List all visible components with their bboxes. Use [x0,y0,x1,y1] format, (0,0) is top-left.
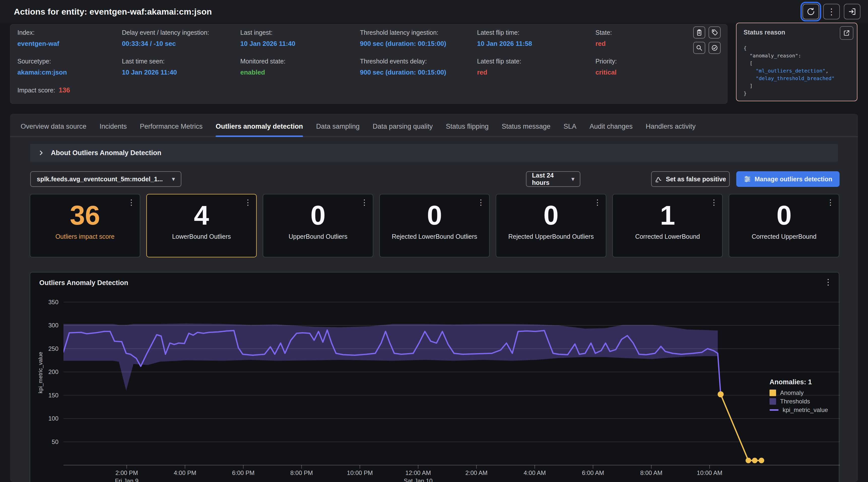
manage-outliers-label: Manage outliers detection [755,175,832,183]
anomaly-point [759,458,764,463]
kpi-card: ⋮4LowerBound Outliers [146,194,257,257]
chart-title: Outliers Anomaly Detection [39,279,128,287]
status-reason-json: { "anomaly_reason": [ "ml_outliers_detec… [744,44,835,97]
entity-action-buttons [693,27,721,54]
info-field: Threshold events delay:900 sec (duration… [360,58,477,76]
kpi-card: ⋮0Rejected UpperBound Outliers [496,194,606,257]
tab-data-sampling[interactable]: Data sampling [316,123,360,137]
caret-down-icon: ▾ [571,176,574,182]
kpi-value: 36 [30,201,140,229]
tab-overview-data-source[interactable]: Overview data source [21,123,86,137]
kpi-menu-button[interactable]: ⋮ [361,198,368,207]
anomaly-point [752,458,757,463]
kpi-value: 4 [147,201,256,229]
entity-info-grid: Index:eventgen-wafDelay event / latency … [18,29,720,76]
kpi-label: Rejected LowerBound Outliers [380,233,489,240]
x-tick-label: 2:00 PM [115,470,138,477]
chart-menu-button[interactable]: ⋮ [824,278,832,286]
x-tick-label: 8:00 AM [640,470,662,477]
info-field-value: akamai:cm:json [18,68,122,76]
kpi-label: Rejected UpperBound Outliers [496,233,606,240]
info-field: Delay event / latency ingestion:00:33:34… [122,29,240,47]
info-field: Last time seen:10 Jan 2026 11:40 [122,58,240,76]
model-select-dropdown[interactable]: splk.feeds.avg_eventcount_5m:model_1... … [30,171,181,187]
x-tick-sublabel: Fri Jan 9 [115,478,138,482]
json-line: "delay_threshold_breached" [744,74,835,82]
kpi-menu-button[interactable]: ⋮ [244,198,252,207]
pen-icon [655,175,662,183]
info-field-label: Monitored state: [240,58,360,65]
info-field-value: 00:33:34 / -10 sec [122,40,240,47]
refresh-button[interactable] [803,4,819,20]
page-title: Actions for entity: eventgen-waf:akamai:… [14,0,212,23]
legend-item: kpi_metric_value [770,406,828,414]
notes-button[interactable] [693,27,705,38]
tab-outliers-anomaly-detection[interactable]: Outliers anomaly detection [216,123,303,137]
info-field: Monitored state:enabled [240,58,360,76]
tab-handlers-activity[interactable]: Handlers activity [646,123,696,137]
refresh-icon [807,7,815,16]
more-menu-button[interactable]: ⋮ [823,4,840,20]
info-field: Index:eventgen-waf [18,29,122,47]
y-tick-label: 350 [38,299,58,306]
sliders-icon [744,175,751,183]
kpi-menu-button[interactable]: ⋮ [594,198,601,207]
sign-out-icon [848,7,857,16]
info-field-label: Last ingest: [240,29,360,36]
legend-swatch-square [770,398,776,405]
caret-down-icon: ▾ [172,176,175,182]
kpi-menu-button[interactable]: ⋮ [477,198,485,207]
tab-bar: Overview data sourceIncidentsPerformance… [10,114,858,137]
exit-button[interactable] [844,4,861,20]
y-tick-label: 100 [38,415,58,422]
x-tick-label: 10:00 PM [347,470,373,477]
info-field-value: enabled [240,68,360,76]
clipboard-icon [696,29,703,36]
json-line: ] [744,82,835,90]
tab-status-flipping[interactable]: Status flipping [446,123,489,137]
kpi-label: Outliers impact score [30,233,140,240]
entity-detail-card: Overview data sourceIncidentsPerformance… [10,114,858,482]
time-range-dropdown[interactable]: Last 24 hours ▾ [526,171,580,187]
legend-label: Anomaly [780,389,804,396]
about-outliers-expander[interactable]: About Outliers Anomaly Detection [30,144,838,162]
kpi-menu-button[interactable]: ⋮ [827,198,834,207]
kpi-card: ⋮1Corrected LowerBound [612,194,723,257]
x-tick-label: 4:00 AM [524,470,546,477]
impact-score-label: Impact score: [18,87,55,94]
kpi-card: ⋮0Rejected LowerBound Outliers [379,194,490,257]
tab-sla[interactable]: SLA [563,123,576,137]
outliers-chart-panel: Outliers Anomaly Detection ⋮ kpi_metric_… [30,272,839,482]
tab-data-parsing-quality[interactable]: Data parsing quality [373,123,433,137]
info-field-label: Latest flip time: [477,29,595,36]
x-tick-label: 12:00 AM [405,470,431,477]
kpi-value: 0 [263,201,373,229]
kpi-value: 0 [729,201,839,229]
info-field: Threshold latency ingestion:900 sec (dur… [360,29,477,47]
y-tick-label: 150 [38,392,58,399]
info-field: Last ingest:10 Jan 2026 11:40 [240,29,360,47]
inspect-button[interactable] [693,42,705,54]
kpi-label: Corrected LowerBound [613,233,722,240]
entity-actions-page: Actions for entity: eventgen-waf:akamai:… [0,0,868,482]
acknowledge-button[interactable] [709,42,721,54]
anomaly-point [746,458,751,463]
legend-label: Thresholds [780,398,810,405]
set-false-positive-button[interactable]: Set as false positive [651,171,730,187]
info-field: Sourcetype:akamai:cm:json [18,58,122,76]
tabs: Overview data sourceIncidentsPerformance… [21,123,696,137]
kpi-menu-button[interactable]: ⋮ [128,198,135,207]
manage-outliers-button[interactable]: Manage outliers detection [736,171,840,187]
status-reason-expand-button[interactable] [840,26,854,40]
tab-incidents[interactable]: Incidents [99,123,127,137]
y-tick-label: 300 [38,322,58,329]
kpi-menu-button[interactable]: ⋮ [710,198,718,207]
chart-plot [63,290,840,472]
kpi-value: 1 [613,201,722,229]
impact-score-value: 136 [59,86,70,94]
tags-button[interactable] [709,27,721,38]
info-field: Priority:critical [595,58,720,76]
tab-status-message[interactable]: Status message [502,123,551,137]
tab-audit-changes[interactable]: Audit changes [589,123,632,137]
tab-performance-metrics[interactable]: Performance Metrics [140,123,203,137]
